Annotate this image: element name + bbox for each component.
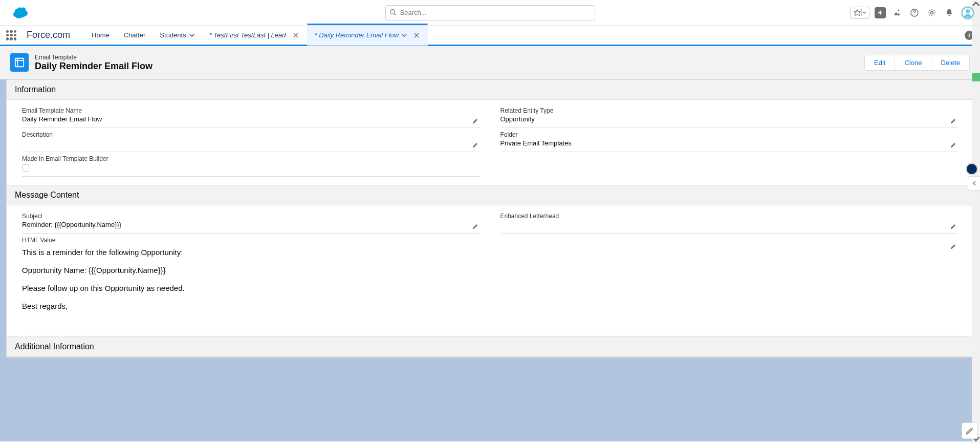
field-html-value: HTML Value This is a reminder for the fo… bbox=[22, 234, 958, 328]
svg-point-4 bbox=[931, 11, 933, 14]
chevron-down-icon[interactable] bbox=[402, 33, 407, 38]
pencil-icon[interactable] bbox=[950, 243, 957, 250]
favorites-button[interactable] bbox=[850, 7, 869, 19]
close-icon[interactable] bbox=[292, 32, 299, 39]
search-icon bbox=[389, 9, 397, 16]
navigation-bar: Force.com Home Chatter Students * TestFi… bbox=[0, 26, 980, 46]
pencil-icon[interactable] bbox=[472, 117, 479, 124]
pencil-icon[interactable] bbox=[472, 141, 479, 149]
edit-button[interactable]: Edit bbox=[865, 55, 895, 70]
svg-rect-5 bbox=[15, 58, 24, 67]
chevron-down-icon bbox=[189, 33, 194, 38]
record-body: Information Email Template Name Daily Re… bbox=[0, 79, 980, 441]
record-name: Daily Reminder Email Flow bbox=[35, 61, 153, 72]
pencil-icon[interactable] bbox=[472, 223, 479, 230]
tab-lead[interactable]: * TestFirst TestLast | Lead bbox=[202, 25, 307, 46]
assistant-bubble-icon[interactable] bbox=[966, 163, 978, 175]
global-search bbox=[385, 5, 595, 20]
clone-button[interactable]: Clone bbox=[895, 55, 931, 70]
email-template-icon bbox=[10, 53, 29, 72]
tab-email-template[interactable]: * Daily Reminder Email Flow bbox=[307, 24, 428, 46]
search-input[interactable] bbox=[385, 5, 595, 20]
record-actions: Edit Clone Delete bbox=[864, 55, 970, 71]
field-subject: Subject Reminder: {{{Opportunity.Name}}} bbox=[22, 209, 480, 234]
nav-students[interactable]: Students bbox=[153, 25, 201, 46]
field-enhanced-letterhead: Enhanced Letterhead bbox=[500, 209, 959, 234]
close-icon[interactable] bbox=[413, 32, 420, 39]
notifications-bell-icon[interactable] bbox=[943, 7, 955, 19]
svg-point-3 bbox=[914, 14, 915, 15]
global-header: + bbox=[0, 0, 980, 26]
field-template-name: Email Template Name Daily Reminder Email… bbox=[22, 104, 480, 128]
quick-edit-icon[interactable] bbox=[962, 423, 978, 439]
pencil-icon[interactable] bbox=[950, 117, 957, 124]
record-header: Email Template Daily Reminder Email Flow… bbox=[0, 46, 980, 79]
svg-point-0 bbox=[390, 9, 395, 14]
pencil-icon[interactable] bbox=[950, 223, 957, 230]
side-panel-toggle[interactable] bbox=[972, 73, 980, 81]
section-additional-info: Additional Information bbox=[7, 336, 973, 357]
settings-gear-icon[interactable] bbox=[926, 7, 938, 19]
nav-home[interactable]: Home bbox=[84, 25, 117, 46]
record-type-label: Email Template bbox=[35, 54, 153, 61]
delete-button[interactable]: Delete bbox=[931, 55, 969, 70]
user-avatar[interactable] bbox=[961, 6, 975, 20]
html-value-body: This is a reminder for the following Opp… bbox=[22, 245, 958, 325]
trailhead-icon[interactable] bbox=[891, 7, 903, 19]
app-launcher-icon[interactable] bbox=[6, 30, 16, 40]
caret-down-icon bbox=[862, 11, 866, 15]
scrollbar[interactable] bbox=[972, 0, 980, 441]
field-folder: Folder Private Email Templates bbox=[500, 128, 959, 152]
app-name: Force.com bbox=[27, 30, 70, 40]
field-made-in-builder: Made in Email Template Builder bbox=[22, 152, 480, 177]
svg-point-1 bbox=[898, 9, 900, 11]
field-related-entity: Related Entity Type Opportunity bbox=[500, 104, 959, 128]
nav-chatter[interactable]: Chatter bbox=[117, 25, 153, 46]
expand-panel-icon[interactable] bbox=[968, 176, 980, 191]
pencil-icon[interactable] bbox=[950, 141, 957, 149]
salesforce-logo-icon[interactable] bbox=[9, 6, 30, 20]
help-icon[interactable] bbox=[908, 7, 921, 19]
section-message-content: Message Content bbox=[7, 185, 973, 205]
global-add-button[interactable]: + bbox=[875, 7, 886, 18]
section-information: Information bbox=[7, 80, 973, 100]
star-icon bbox=[854, 9, 861, 16]
checkbox-unchecked bbox=[22, 164, 29, 172]
field-description: Description bbox=[22, 128, 480, 152]
